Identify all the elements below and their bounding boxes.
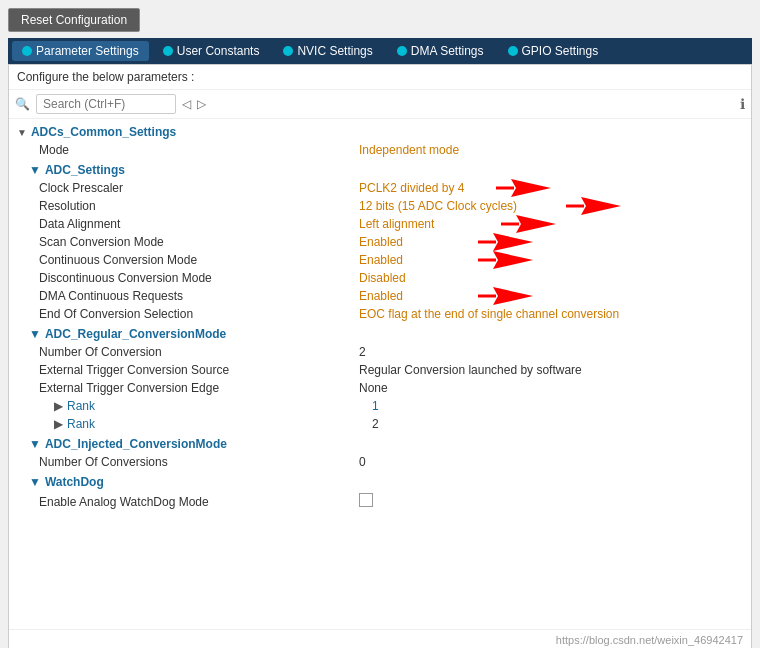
- label-rank-2: Rank: [67, 417, 372, 431]
- value-num-conversion: 2: [359, 345, 743, 359]
- arrow-clock-prescaler: [496, 177, 551, 199]
- value-discontinuous-conversion: Disabled: [359, 271, 743, 285]
- watermark: https://blog.csdn.net/weixin_46942417: [9, 629, 751, 648]
- group-adc-injected: ▼ ADC_Injected_ConversionMode Number Of …: [9, 435, 751, 471]
- search-input[interactable]: [36, 94, 176, 114]
- label-clock-prescaler: Clock Prescaler: [39, 181, 359, 195]
- configure-label: Configure the below parameters :: [9, 65, 751, 90]
- group-adcs-common: ▼ ADCs_Common_Settings Mode Independent …: [9, 123, 751, 159]
- row-data-alignment: Data Alignment Left alignment: [9, 215, 751, 233]
- tab-dma-settings[interactable]: DMA Settings: [387, 41, 494, 61]
- tab-dot-nvic: [283, 46, 293, 56]
- tabs-bar: Parameter Settings User Constants NVIC S…: [8, 38, 752, 64]
- collapse-arrow-regular: ▼: [29, 327, 41, 341]
- value-scan-conversion: Enabled: [359, 235, 743, 249]
- expand-rank-1-icon[interactable]: ▶: [54, 399, 63, 413]
- row-scan-conversion: Scan Conversion Mode Enabled: [9, 233, 751, 251]
- tab-dot-parameter: [22, 46, 32, 56]
- svg-marker-10: [493, 287, 533, 305]
- label-num-conversion: Number Of Conversion: [39, 345, 359, 359]
- tab-dot-gpio: [508, 46, 518, 56]
- tab-label-parameter: Parameter Settings: [36, 44, 139, 58]
- tab-label-gpio: GPIO Settings: [522, 44, 599, 58]
- value-eoc-selection: EOC flag at the end of single channel co…: [359, 307, 743, 321]
- row-watchdog-mode: Enable Analog WatchDog Mode: [9, 491, 751, 512]
- group-header-watchdog[interactable]: ▼ WatchDog: [9, 473, 751, 491]
- group-adc-settings: ▼ ADC_Settings Clock Prescaler PCLK2 div…: [9, 161, 751, 323]
- row-num-conversion: Number Of Conversion 2: [9, 343, 751, 361]
- collapse-arrow-injected: ▼: [29, 437, 41, 451]
- row-continuous-conversion: Continuous Conversion Mode Enabled: [9, 251, 751, 269]
- value-ext-trigger-source: Regular Conversion launched by software: [359, 363, 743, 377]
- group-watchdog: ▼ WatchDog Enable Analog WatchDog Mode: [9, 473, 751, 512]
- label-rank-1: Rank: [67, 399, 372, 413]
- label-dma-continuous: DMA Continuous Requests: [39, 289, 359, 303]
- label-mode: Mode: [39, 143, 359, 157]
- label-continuous-conversion: Continuous Conversion Mode: [39, 253, 359, 267]
- tab-dot-user: [163, 46, 173, 56]
- info-icon[interactable]: ℹ: [740, 96, 745, 112]
- tree-area: ▼ ADCs_Common_Settings Mode Independent …: [9, 119, 751, 629]
- arrow-continuous-conversion: [478, 249, 533, 271]
- tab-label-nvic: NVIC Settings: [297, 44, 372, 58]
- label-ext-trigger-edge: External Trigger Conversion Edge: [39, 381, 359, 395]
- value-mode: Independent mode: [359, 143, 743, 157]
- label-resolution: Resolution: [39, 199, 359, 213]
- row-clock-prescaler: Clock Prescaler PCLK2 divided by 4: [9, 179, 751, 197]
- group-label-adc-injected: ADC_Injected_ConversionMode: [45, 437, 227, 451]
- svg-marker-0: [511, 179, 551, 197]
- label-ext-trigger-source: External Trigger Conversion Source: [39, 363, 359, 377]
- value-watchdog-mode: [359, 493, 743, 510]
- tab-nvic-settings[interactable]: NVIC Settings: [273, 41, 382, 61]
- group-header-adc-injected[interactable]: ▼ ADC_Injected_ConversionMode: [9, 435, 751, 453]
- outer-container: Reset Configuration Parameter Settings U…: [0, 0, 760, 648]
- group-adc-regular: ▼ ADC_Regular_ConversionMode Number Of C…: [9, 325, 751, 433]
- svg-marker-8: [493, 251, 533, 269]
- search-icon: 🔍: [15, 97, 30, 111]
- row-eoc-selection: End Of Conversion Selection EOC flag at …: [9, 305, 751, 323]
- group-header-adc-regular[interactable]: ▼ ADC_Regular_ConversionMode: [9, 325, 751, 343]
- prev-search-icon[interactable]: ◁: [182, 97, 191, 111]
- tab-dot-dma: [397, 46, 407, 56]
- group-label-adc-settings: ADC_Settings: [45, 163, 125, 177]
- row-ext-trigger-edge: External Trigger Conversion Edge None: [9, 379, 751, 397]
- label-watchdog-mode: Enable Analog WatchDog Mode: [39, 495, 359, 509]
- tab-label-dma: DMA Settings: [411, 44, 484, 58]
- arrow-dma-continuous: [478, 285, 533, 307]
- value-rank-2: 2: [372, 417, 743, 431]
- group-header-adcs-common[interactable]: ▼ ADCs_Common_Settings: [9, 123, 751, 141]
- value-rank-1: 1: [372, 399, 743, 413]
- group-header-adc-settings[interactable]: ▼ ADC_Settings: [9, 161, 751, 179]
- label-num-conversions-injected: Number Of Conversions: [39, 455, 359, 469]
- row-rank-2: ▶ Rank 2: [9, 415, 751, 433]
- expand-rank-2-icon[interactable]: ▶: [54, 417, 63, 431]
- next-search-icon[interactable]: ▷: [197, 97, 206, 111]
- group-label-adcs-common: ADCs_Common_Settings: [31, 125, 176, 139]
- value-dma-continuous: Enabled: [359, 289, 743, 303]
- label-data-alignment: Data Alignment: [39, 217, 359, 231]
- value-resolution: 12 bits (15 ADC Clock cycles): [359, 199, 743, 213]
- collapse-arrow-adc: ▼: [29, 163, 41, 177]
- tab-user-constants[interactable]: User Constants: [153, 41, 270, 61]
- svg-marker-2: [581, 197, 621, 215]
- label-discontinuous-conversion: Discontinuous Conversion Mode: [39, 271, 359, 285]
- row-resolution: Resolution 12 bits (15 ADC Clock cycles): [9, 197, 751, 215]
- value-num-conversions-injected: 0: [359, 455, 743, 469]
- row-dma-continuous: DMA Continuous Requests Enabled: [9, 287, 751, 305]
- reset-button[interactable]: Reset Configuration: [8, 8, 140, 32]
- row-mode: Mode Independent mode: [9, 141, 751, 159]
- collapse-arrow-adcs: ▼: [17, 127, 27, 138]
- row-discontinuous-conversion: Discontinuous Conversion Mode Disabled: [9, 269, 751, 287]
- row-ext-trigger-source: External Trigger Conversion Source Regul…: [9, 361, 751, 379]
- label-eoc-selection: End Of Conversion Selection: [39, 307, 359, 321]
- row-rank-1: ▶ Rank 1: [9, 397, 751, 415]
- tab-gpio-settings[interactable]: GPIO Settings: [498, 41, 609, 61]
- group-label-watchdog: WatchDog: [45, 475, 104, 489]
- value-continuous-conversion: Enabled: [359, 253, 743, 267]
- arrow-resolution: [566, 195, 621, 217]
- content-area: Configure the below parameters : 🔍 ◁ ▷ ℹ…: [8, 64, 752, 648]
- value-clock-prescaler: PCLK2 divided by 4: [359, 181, 743, 195]
- tab-parameter-settings[interactable]: Parameter Settings: [12, 41, 149, 61]
- search-bar: 🔍 ◁ ▷ ℹ: [9, 90, 751, 119]
- watchdog-checkbox[interactable]: [359, 493, 373, 507]
